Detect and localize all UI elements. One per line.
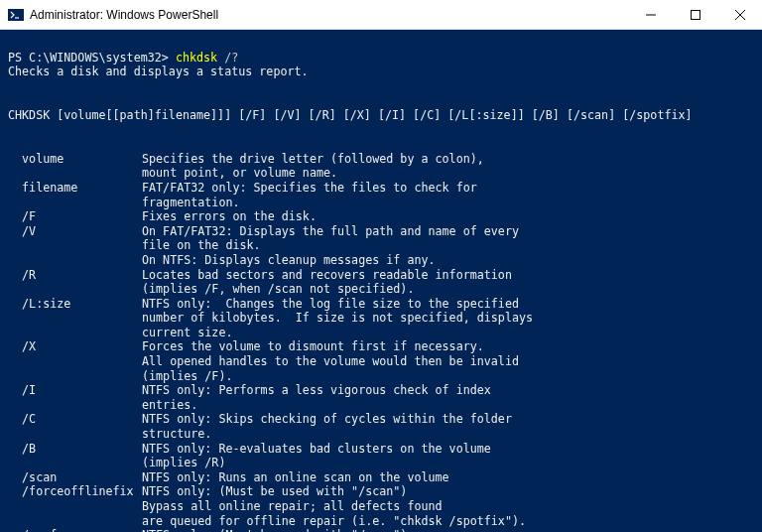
window-controls xyxy=(628,0,762,30)
option-description: NTFS only: Changes the log file size to … xyxy=(142,297,754,312)
option-name xyxy=(8,238,142,253)
option-name: /R xyxy=(8,268,142,283)
option-name xyxy=(8,514,142,529)
help-row: Bypass all online repair; all defects fo… xyxy=(8,499,754,514)
svg-rect-0 xyxy=(8,9,24,21)
help-row: current size. xyxy=(8,326,754,340)
help-row: (implies /F, when /scan not specified). xyxy=(8,282,754,297)
help-row: On NTFS: Displays cleanup messages if an… xyxy=(8,253,754,268)
help-row: /BNTFS only: Re-evaluates bad clusters o… xyxy=(8,442,754,457)
help-row: structure. xyxy=(8,427,754,442)
option-name xyxy=(8,369,142,384)
minimize-button[interactable] xyxy=(628,0,673,30)
maximize-button[interactable] xyxy=(673,0,717,30)
help-row: file on the disk. xyxy=(8,238,754,253)
option-name xyxy=(8,398,142,413)
option-name: /V xyxy=(8,224,142,239)
help-row: volumeSpecifies the drive letter (follow… xyxy=(8,152,754,167)
help-row: All opened handles to the volume would t… xyxy=(8,354,754,369)
option-name: /perf xyxy=(8,528,142,532)
help-row: /forceofflinefixNTFS only: (Must be used… xyxy=(8,484,754,499)
help-row: /CNTFS only: Skips checking of cycles wi… xyxy=(8,412,754,427)
svg-rect-3 xyxy=(691,10,699,19)
help-row: number of kilobytes. If size is not spec… xyxy=(8,311,754,326)
option-name xyxy=(8,166,142,181)
option-name: /F xyxy=(8,209,142,224)
option-name xyxy=(8,311,142,326)
option-name: volume xyxy=(8,152,142,167)
option-description: Bypass all online repair; all defects fo… xyxy=(142,499,754,514)
option-description: NTFS only: (Must be used with "/scan") xyxy=(142,528,754,532)
command-arg: /? xyxy=(217,51,238,65)
option-description: Locates bad sectors and recovers readabl… xyxy=(142,268,754,283)
help-row: /VOn FAT/FAT32: Displays the full path a… xyxy=(8,224,754,239)
option-name: filename xyxy=(8,181,142,196)
help-row: /L:sizeNTFS only: Changes the log file s… xyxy=(8,297,754,312)
option-name: /scan xyxy=(8,470,142,485)
prompt-path: PS C:\WINDOWS\system32> xyxy=(8,51,176,65)
option-description: NTFS only: Skips checking of cycles with… xyxy=(142,412,754,427)
option-description: Fixes errors on the disk. xyxy=(142,209,754,224)
option-description: fragmentation. xyxy=(142,196,754,210)
help-row: (implies /R) xyxy=(8,456,754,470)
option-name: /C xyxy=(8,412,142,427)
help-row: /scanNTFS only: Runs an online scan on t… xyxy=(8,470,754,485)
help-row: filenameFAT/FAT32 only: Specifies the fi… xyxy=(8,181,754,196)
option-name xyxy=(8,253,142,268)
help-row: are queued for offline repair (i.e. "chk… xyxy=(8,514,754,529)
option-name: /X xyxy=(8,339,142,354)
option-name xyxy=(8,456,142,470)
option-description: entries. xyxy=(142,398,754,413)
option-description: FAT/FAT32 only: Specifies the files to c… xyxy=(142,181,754,196)
option-description: file on the disk. xyxy=(142,238,754,253)
option-description: NTFS only: (Must be used with "/scan") xyxy=(142,484,754,499)
window-title: Administrator: Windows PowerShell xyxy=(30,8,628,22)
help-row: /XForces the volume to dismount first if… xyxy=(8,339,754,354)
help-row: fragmentation. xyxy=(8,196,754,210)
option-description: NTFS only: Runs an online scan on the vo… xyxy=(142,470,754,485)
option-description: NTFS only: Re-evaluates bad clusters on … xyxy=(142,442,754,457)
option-description: On FAT/FAT32: Displays the full path and… xyxy=(142,224,754,239)
option-description: mount point, or volume name. xyxy=(142,166,754,181)
close-button[interactable] xyxy=(717,0,762,30)
option-name: /B xyxy=(8,442,142,457)
option-description: are queued for offline repair (i.e. "chk… xyxy=(142,514,754,529)
help-row: /INTFS only: Performs a less vigorous ch… xyxy=(8,383,754,398)
option-name xyxy=(8,282,142,297)
syntax-line: CHKDSK [volume[[path]filename]]] [/F] [/… xyxy=(8,108,693,122)
option-description: current size. xyxy=(142,326,754,340)
powershell-icon xyxy=(8,7,24,23)
option-description: Forces the volume to dismount first if n… xyxy=(142,339,754,354)
command-text: chkdsk xyxy=(176,51,217,65)
option-description: NTFS only: Performs a less vigorous chec… xyxy=(142,383,754,398)
option-name xyxy=(8,326,142,340)
intro-line: Checks a disk and displays a status repo… xyxy=(8,65,309,78)
option-description: (implies /F). xyxy=(142,369,754,384)
help-row: entries. xyxy=(8,398,754,413)
option-name xyxy=(8,196,142,210)
help-row: /RLocates bad sectors and recovers reada… xyxy=(8,268,754,283)
option-name: /I xyxy=(8,383,142,398)
option-name xyxy=(8,427,142,442)
option-name: /L:size xyxy=(8,297,142,312)
option-description: number of kilobytes. If size is not spec… xyxy=(142,311,754,326)
help-row: mount point, or volume name. xyxy=(8,166,754,181)
option-description: All opened handles to the volume would t… xyxy=(142,354,754,369)
help-row: /perfNTFS only: (Must be used with "/sca… xyxy=(8,528,754,532)
option-name xyxy=(8,354,142,369)
help-row: /FFixes errors on the disk. xyxy=(8,209,754,224)
option-name xyxy=(8,499,142,514)
option-description: (implies /F, when /scan not specified). xyxy=(142,282,754,297)
terminal-output[interactable]: PS C:\WINDOWS\system32> chkdsk /? Checks… xyxy=(0,30,762,532)
option-description: (implies /R) xyxy=(142,456,754,470)
option-description: Specifies the drive letter (followed by … xyxy=(142,152,754,167)
help-row: (implies /F). xyxy=(8,369,754,384)
option-name: /forceofflinefix xyxy=(8,484,142,499)
titlebar: Administrator: Windows PowerShell xyxy=(0,0,762,30)
option-description: On NTFS: Displays cleanup messages if an… xyxy=(142,253,754,268)
option-description: structure. xyxy=(142,427,754,442)
